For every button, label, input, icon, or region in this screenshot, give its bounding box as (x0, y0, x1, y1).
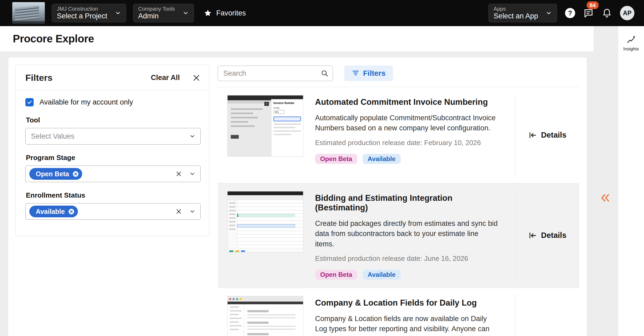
clear-select-icon[interactable] (175, 208, 182, 215)
tool-select[interactable]: Select Values (25, 128, 201, 145)
star-icon (204, 9, 212, 17)
details-column: Details (515, 288, 579, 336)
company-tools-value: Admin (138, 12, 159, 20)
result-title: Company & Location Fields for Daily Log (315, 298, 502, 308)
clear-select-icon[interactable] (175, 170, 182, 177)
account-only-checkbox-row[interactable]: Available for my account only (25, 98, 201, 106)
status-badge-available: Available (363, 154, 401, 164)
filters-panel-title: Filters (25, 73, 53, 83)
top-nav-bar: JMJ Construction Select a Project Compan… (0, 0, 644, 26)
details-label: Details (541, 131, 566, 139)
filter-chip-open-beta: Open Beta (29, 168, 82, 180)
program-stage-filter-field: Program Stage Open Beta (25, 154, 201, 182)
tool-select-placeholder: Select Values (29, 132, 74, 141)
chevron-down-icon[interactable] (189, 208, 196, 215)
result-thumbnail (227, 296, 303, 336)
search-input[interactable] (218, 66, 333, 81)
filter-chip-available: Available (29, 206, 78, 217)
details-label: Details (541, 231, 566, 240)
project-selector[interactable]: JMJ Construction Select a Project (52, 4, 126, 22)
result-description: Company & Location fields are now availa… (315, 314, 499, 336)
program-stage-field-label: Program Stage (26, 154, 201, 162)
chevron-down-icon (546, 10, 552, 16)
results-toolbar: Filters (218, 66, 393, 81)
details-button[interactable]: Details (528, 231, 566, 240)
account-only-checkbox-label: Available for my account only (39, 98, 133, 106)
support-chat-button[interactable]: 84 (583, 8, 594, 18)
right-rail: Insights (618, 26, 644, 336)
page-header: Procore Explore (0, 26, 594, 52)
favorites-button[interactable]: Favorites (204, 9, 246, 17)
chevron-down-icon[interactable] (189, 171, 196, 177)
result-release-date: Estimated production release date: Febru… (315, 139, 502, 147)
filters-panel: Filters Clear All Available for my accou… (15, 65, 209, 236)
details-button[interactable]: Details (528, 131, 566, 139)
result-card-daily-log-fields: Company & Location Fields for Daily Log … (218, 288, 579, 336)
project-selector-value: Select a Project (57, 12, 107, 20)
notifications-button[interactable] (602, 8, 612, 18)
result-title: Bidding and Estimating Integration (Best… (315, 193, 502, 213)
chip-label: Open Beta (36, 170, 69, 178)
insights-label: Insights (623, 46, 639, 52)
thumbnail-text: Invoice Numbe (273, 101, 301, 105)
result-release-date: Estimated production release date: June … (315, 254, 502, 263)
status-badge-open-beta: Open Beta (315, 154, 357, 164)
details-column: Details (515, 87, 579, 183)
result-title: Automated Commitment Invoice Numbering (315, 97, 502, 107)
tool-filter-field: Tool Select Values (25, 116, 201, 145)
help-icon: ? (565, 8, 575, 18)
tool-field-label: Tool (26, 116, 201, 124)
result-description: Automatically populate Commitment/Subcon… (315, 113, 499, 133)
remove-chip-icon[interactable] (68, 208, 75, 215)
result-thumbnail (227, 191, 303, 253)
enter-details-icon (528, 131, 537, 139)
remove-chip-icon[interactable] (72, 171, 79, 177)
enrollment-status-select[interactable]: Available (25, 203, 201, 220)
apps-value: Select an App (494, 12, 538, 20)
favorites-label: Favorites (216, 9, 246, 17)
double-chevron-left-icon (599, 193, 611, 203)
chip-label: Available (36, 208, 65, 215)
thumbnail-text: 001 (273, 110, 285, 114)
notification-count-badge: 84 (587, 1, 599, 9)
enrollment-status-filter-field: Enrollment Status Available (25, 191, 201, 220)
enter-details-icon (528, 231, 537, 240)
program-stage-select[interactable]: Open Beta (25, 166, 201, 182)
result-card-bestimating: Bidding and Estimating Integration (Best… (218, 183, 579, 288)
apps-selector[interactable]: Apps Select an App (488, 4, 557, 22)
result-badges: Open Beta Available (315, 270, 502, 280)
help-button[interactable]: ? (565, 8, 575, 18)
result-badges: Open Beta Available (315, 154, 502, 164)
close-icon (192, 74, 201, 82)
filters-toggle-label: Filters (363, 69, 385, 78)
chat-icon (583, 8, 594, 18)
status-badge-available: Available (363, 270, 401, 280)
company-logo-image[interactable] (12, 2, 45, 24)
filters-panel-header: Filters Clear All (16, 65, 209, 90)
project-selector-company: JMJ Construction (57, 6, 98, 12)
result-card-invoice-numbering: × Invoice Numbe Prefix 001 Automated Com… (218, 87, 579, 183)
user-avatar[interactable]: AP (620, 6, 634, 20)
checkbox-checked-icon[interactable] (25, 98, 34, 106)
status-badge-open-beta: Open Beta (315, 270, 357, 280)
filters-toggle-button[interactable]: Filters (344, 66, 393, 81)
filter-funnel-icon (352, 70, 359, 77)
insights-nav-item[interactable]: Insights (623, 35, 639, 52)
close-filters-button[interactable] (192, 74, 201, 82)
company-tools-selector[interactable]: Company Tools Admin (133, 4, 194, 22)
page-title: Procore Explore (13, 33, 94, 45)
avatar-initials: AP (623, 10, 631, 17)
search-icon (321, 69, 329, 77)
results-list: × Invoice Numbe Prefix 001 Automated Com… (218, 87, 579, 336)
bell-icon (602, 8, 612, 18)
thumbnail-text: Prefix (273, 107, 301, 109)
clear-all-button[interactable]: Clear All (151, 74, 180, 82)
result-description: Create bid packages directly from estima… (315, 218, 499, 249)
result-thumbnail: × Invoice Numbe Prefix 001 (227, 95, 303, 157)
enrollment-status-field-label: Enrollment Status (26, 191, 201, 199)
explore-content-card: Filters Clear All Available for my accou… (8, 57, 587, 336)
company-tools-label: Company Tools (138, 6, 175, 12)
collapse-panel-button[interactable] (599, 193, 611, 203)
details-column: Details (515, 183, 579, 288)
chevron-down-icon[interactable] (189, 133, 196, 139)
